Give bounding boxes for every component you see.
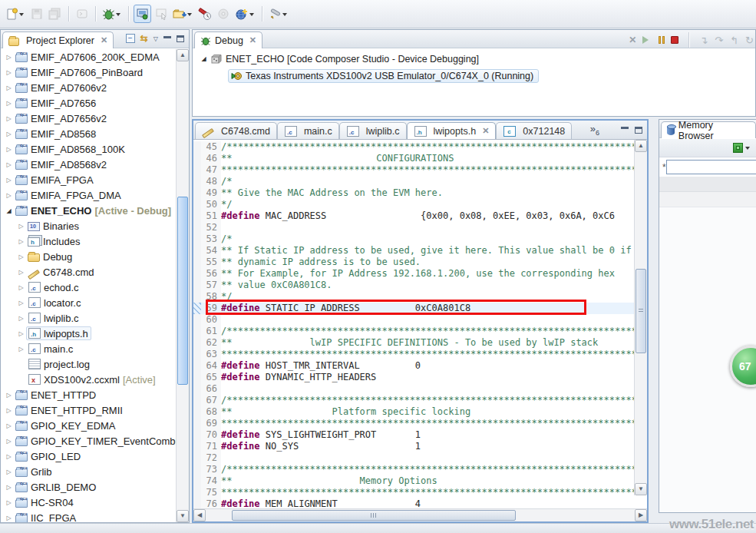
expander-icon[interactable]: ▷	[4, 146, 14, 153]
expander-icon[interactable]: ▷	[4, 515, 14, 521]
probe-dropdown-caret[interactable]	[282, 13, 287, 18]
scroll-up-icon[interactable]: ▲	[635, 140, 647, 152]
expander-icon[interactable]: ▷	[4, 131, 14, 137]
tree-item-enet-httpd-rmii[interactable]: ▷ENET_HTTPD_RMII	[1, 402, 176, 418]
code-line-72[interactable]: 72	[193, 452, 634, 464]
expander-icon[interactable]: ◢	[199, 55, 209, 62]
code-line-51[interactable]: 51#define MAC_ADDRESS {0x00, 0x08, 0xEE,…	[193, 210, 634, 222]
expander-icon[interactable]: ▷	[4, 392, 14, 399]
memory-dropdown-caret[interactable]	[745, 147, 750, 152]
editor-hscrollbar[interactable]: ◀ ▶	[193, 508, 647, 521]
editor-body[interactable]: 45/*************************************…	[193, 140, 647, 508]
tree-item-emif-ad7606-200k-edma[interactable]: ▷EMIF_AD7606_200K_EDMA	[1, 49, 176, 65]
minimize-icon[interactable]	[163, 36, 171, 41]
code-line-56[interactable]: 56** For Example, for IP Address 192.168…	[193, 268, 634, 280]
tree-item-locator-c[interactable]: ▷locator.c	[1, 295, 176, 310]
close-icon[interactable]: ✕	[101, 35, 107, 45]
code-line-60[interactable]: 60	[193, 314, 634, 326]
debug-launch-row[interactable]: ◢ ENET_ECHO [Code Composer Studio - Devi…	[193, 51, 755, 66]
new-target-button[interactable]	[233, 5, 257, 23]
code-line-62[interactable]: 62** lwIP SPECIFIC DEFINITIONS - To be u…	[193, 337, 634, 349]
tree-item-emifa-fpga[interactable]: ▷EMIFA_FPGA	[1, 172, 176, 187]
expander-icon[interactable]: ▷	[16, 238, 26, 245]
code-line-74[interactable]: 74** Memory Options	[193, 475, 634, 487]
save-button[interactable]	[28, 5, 45, 23]
tree-item-emif-ad7606-pinboard[interactable]: ▷EMIF_AD7606_PinBoard	[1, 65, 176, 80]
terminate-icon[interactable]	[671, 36, 678, 44]
code-line-55[interactable]: 55** dynamic IP address is to be used.	[193, 257, 634, 268]
code-line-46[interactable]: 46** CONFIGURATIONS	[193, 153, 634, 164]
tree-item-xds100v2-ccxml[interactable]: XDS100v2.ccxml [Active]	[1, 372, 176, 387]
tree-item-binaries[interactable]: ▷Binaries	[1, 218, 176, 233]
tree-item-c6748-cmd[interactable]: ▷C6748.cmd	[1, 264, 176, 280]
maximize-icon[interactable]	[177, 35, 184, 42]
editor-tab-lwipopts-h[interactable]: lwipopts.h✕	[407, 122, 497, 139]
expander-icon[interactable]: ▷	[4, 161, 14, 168]
new-button[interactable]	[4, 5, 27, 23]
tree-item-lwipopts-h[interactable]: ▷lwipopts.h	[1, 326, 176, 341]
expander-icon[interactable]: ▷	[4, 177, 14, 184]
step-return-icon[interactable]: ↰	[730, 35, 738, 46]
new-target-dropdown-caret[interactable]	[249, 13, 254, 18]
expander-icon[interactable]: ▷	[4, 438, 14, 445]
tree-item-main-c[interactable]: ▷main.c	[1, 341, 176, 356]
expander-icon[interactable]: ▷	[16, 223, 26, 230]
code-line-50[interactable]: 50*/	[193, 199, 634, 210]
code-line-64[interactable]: 64#define HOST_TMR_INTERVAL 0	[193, 360, 634, 372]
memory-content[interactable]	[659, 177, 756, 512]
expander-icon[interactable]: ◢	[4, 207, 14, 214]
tree-item-iic-fpga[interactable]: ▷IIC_FPGA	[1, 510, 176, 522]
tree-item-echod-c[interactable]: ▷echod.c	[1, 280, 176, 295]
code-area[interactable]: 45/*************************************…	[193, 141, 634, 508]
project-tree[interactable]: ▷EMIF_AD7606_200K_EDMA▷EMIF_AD7606_PinBo…	[1, 49, 176, 522]
maximize-icon[interactable]	[635, 127, 642, 134]
tree-item-emif-ad7656[interactable]: ▷EMIF_AD7656	[1, 95, 176, 111]
flash-clock-button[interactable]	[196, 5, 213, 23]
debug-tree[interactable]: ◢ ENET_ECHO [Code Composer Studio - Devi…	[193, 49, 755, 116]
tree-item-project-log[interactable]: project.log	[1, 356, 176, 372]
expander-icon[interactable]: ▷	[16, 269, 26, 276]
tree-item-emif-ad7606v2[interactable]: ▷EMIF_AD7606v2	[1, 80, 176, 95]
code-line-69[interactable]: 69**************************************…	[193, 418, 634, 429]
probe-pen-button[interactable]	[267, 5, 290, 23]
expander-icon[interactable]: ▷	[16, 284, 26, 291]
open-folder-dropdown-caret[interactable]	[187, 13, 192, 18]
close-icon[interactable]: ✕	[482, 126, 489, 136]
code-line-45[interactable]: 45/*************************************…	[193, 141, 634, 153]
console-button[interactable]	[74, 5, 91, 23]
code-line-67[interactable]: 67/*************************************…	[193, 395, 634, 406]
link-with-editor-icon[interactable]: ⇆	[140, 33, 148, 44]
tree-item-grlib-demo[interactable]: ▷GRLIB_DEMO	[1, 479, 176, 495]
expander-icon[interactable]: ▷	[4, 484, 14, 491]
tree-item-gpio-key-edma[interactable]: ▷GPIO_KEY_EDMA	[1, 418, 176, 433]
expander-icon[interactable]: ▷	[16, 300, 26, 306]
save-all-button[interactable]	[47, 5, 64, 23]
debug-thread-row[interactable]: Texas Instruments XDS100v2 USB Emulator_…	[193, 68, 755, 83]
new-dropdown-caret[interactable]	[19, 13, 24, 18]
tab-debug[interactable]: Debug ✕	[194, 31, 262, 48]
tree-item-emif-ad8568[interactable]: ▷EMIF_AD8568	[1, 126, 176, 141]
resume-icon[interactable]	[642, 36, 652, 44]
target-screen-button[interactable]	[134, 5, 151, 23]
remove-all-icon[interactable]: ✕	[629, 35, 636, 45]
scrollbar-thumb[interactable]	[232, 510, 516, 521]
tree-item-hc-sr04[interactable]: ▷HC-SR04	[1, 495, 176, 510]
expander-icon[interactable]: ▷	[4, 453, 14, 460]
editor-tab-lwiplib-c[interactable]: lwiplib.c	[339, 122, 407, 139]
open-folder-button[interactable]	[171, 5, 195, 23]
tab-memory-browser[interactable]: Memory Browser	[661, 121, 756, 138]
code-line-66[interactable]: 66	[193, 383, 634, 395]
scroll-right-icon[interactable]: ▶	[635, 509, 647, 521]
expander-icon[interactable]: ▷	[4, 100, 14, 107]
code-line-75[interactable]: 75**************************************…	[193, 487, 634, 498]
debug-dropdown-caret[interactable]	[116, 13, 120, 18]
code-line-68[interactable]: 68** Platform specific locking	[193, 406, 634, 418]
scroll-up-icon[interactable]: ▲	[177, 49, 189, 61]
view-menu-icon[interactable]: ▽	[154, 35, 158, 42]
tree-item-emifa-fpga-dma[interactable]: ▷EMIFA_FPGA_DMA	[1, 187, 176, 203]
editor-tab-0x712148[interactable]: 0x712148	[496, 122, 572, 139]
memory-config-chip-icon[interactable]	[733, 143, 743, 153]
close-icon[interactable]: ✕	[249, 35, 256, 45]
expander-icon[interactable]: ▷	[4, 499, 14, 506]
scrollbar-thumb[interactable]	[177, 197, 188, 385]
